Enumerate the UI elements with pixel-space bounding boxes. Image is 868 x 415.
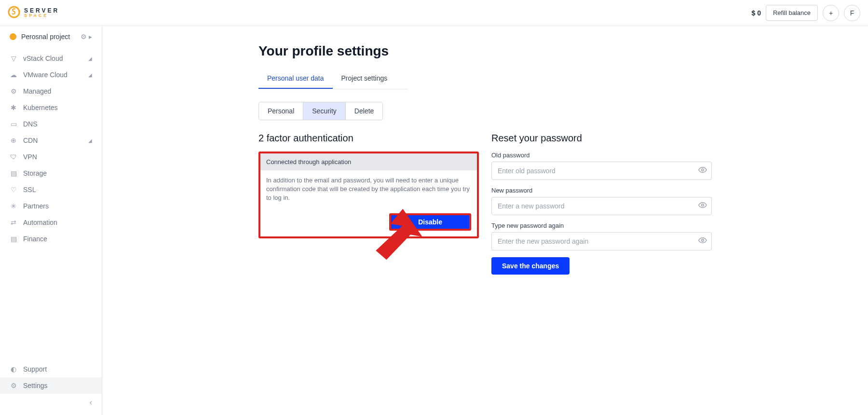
sidebar-item-label: vStack Cloud	[23, 55, 63, 62]
ssl-icon: ♡	[10, 186, 17, 194]
project-dot-icon	[10, 33, 16, 40]
subtab-security[interactable]: Security	[303, 102, 345, 120]
storage-icon: ▤	[10, 169, 17, 177]
two-factor-description: In addition to the email and password, y…	[260, 170, 477, 208]
disable-two-factor-button[interactable]: Disable	[389, 213, 471, 231]
chevron-left-icon: ‹	[90, 398, 92, 407]
two-factor-section: 2 factor authentication Connected throug…	[258, 133, 479, 275]
cloud-icon: ▽	[10, 55, 17, 62]
top-bar: SERVER SPACE $ 0 Refill balance + F	[0, 0, 868, 26]
toggle-visibility-icon[interactable]	[698, 236, 707, 247]
sidebar-item-label: VMware Cloud	[23, 71, 68, 79]
cloud-icon: ☁	[10, 71, 17, 79]
sidebar-item-label: Kubernetes	[23, 104, 58, 111]
sidebar-item-label: SSL	[23, 186, 36, 194]
brand[interactable]: SERVER SPACE	[8, 6, 59, 20]
sidebar-item-ssl[interactable]: ♡ SSL	[0, 181, 102, 198]
subtab-personal[interactable]: Personal	[259, 102, 303, 120]
managed-icon: ⚙	[10, 87, 17, 95]
logo-icon	[8, 6, 20, 20]
brand-sub: SPACE	[24, 14, 59, 18]
old-password-label: Old password	[491, 152, 712, 159]
sidebar-item-vstack[interactable]: ▽ vStack Cloud ◢	[0, 50, 102, 67]
confirm-password-label: Type new password again	[491, 222, 712, 229]
collapse-sidebar-button[interactable]: ‹	[0, 394, 102, 411]
sidebar-nav: ▽ vStack Cloud ◢ ☁ VMware Cloud ◢ ⚙ Mana…	[0, 47, 102, 359]
two-factor-connected-label: Connected through application	[260, 153, 477, 170]
globe-icon: ⊕	[10, 137, 17, 144]
main-content: Your profile settings Personal user data…	[102, 26, 868, 415]
chevron-right-icon[interactable]: ▸	[89, 33, 92, 41]
page-title: Your profile settings	[258, 43, 712, 59]
reset-password-section: Reset your password Old password New pas…	[491, 133, 712, 275]
avatar[interactable]: F	[844, 5, 860, 21]
svg-point-3	[702, 204, 704, 207]
automation-icon: ⇄	[10, 219, 17, 226]
sidebar-item-label: VPN	[23, 153, 37, 161]
sidebar-item-support[interactable]: ◐ Support	[0, 361, 102, 377]
sidebar-item-label: Storage	[23, 169, 47, 177]
two-factor-heading: 2 factor authentication	[258, 133, 479, 144]
avatar-letter: F	[850, 9, 854, 17]
sidebar-item-partners[interactable]: ✳ Partners	[0, 198, 102, 214]
svg-point-4	[702, 239, 704, 242]
tab-personal-user-data[interactable]: Personal user data	[258, 69, 333, 89]
sidebar-item-automation[interactable]: ⇄ Automation	[0, 214, 102, 231]
dns-icon: ▭	[10, 120, 17, 128]
sidebar-item-dns[interactable]: ▭ DNS	[0, 116, 102, 132]
chevron-down-icon: ◢	[88, 138, 92, 143]
sidebar: Perosnal project ⚙ ▸ ▽ vStack Cloud ◢ ☁ …	[0, 26, 102, 415]
sidebar-item-storage[interactable]: ▤ Storage	[0, 165, 102, 181]
kubernetes-icon: ✱	[10, 104, 17, 111]
sidebar-item-vpn[interactable]: 🛡 VPN	[0, 149, 102, 165]
tab-project-settings[interactable]: Project settings	[333, 69, 396, 89]
support-icon: ◐	[10, 365, 17, 373]
brand-text: SERVER SPACE	[24, 8, 59, 18]
sub-tabs: Personal Security Delete	[258, 102, 383, 120]
sidebar-item-label: Support	[23, 365, 47, 373]
balance-amount: $ 0	[751, 9, 760, 17]
gear-icon: ⚙	[10, 382, 17, 389]
sidebar-item-label: Partners	[23, 202, 49, 210]
partners-icon: ✳	[10, 202, 17, 210]
project-name: Perosnal project	[21, 33, 70, 41]
shield-icon: 🛡	[10, 153, 17, 161]
toggle-visibility-icon[interactable]	[698, 166, 707, 176]
confirm-password-input[interactable]	[491, 232, 712, 250]
add-button[interactable]: +	[823, 5, 839, 21]
reset-password-heading: Reset your password	[491, 133, 712, 144]
refill-balance-button[interactable]: Refill balance	[766, 5, 818, 21]
new-password-input[interactable]	[491, 197, 712, 215]
primary-tabs: Personal user data Project settings	[258, 69, 408, 89]
sidebar-item-cdn[interactable]: ⊕ CDN ◢	[0, 132, 102, 149]
chevron-down-icon: ◢	[88, 56, 92, 61]
new-password-label: New password	[491, 187, 712, 194]
subtab-delete[interactable]: Delete	[345, 102, 382, 120]
sidebar-item-label: Automation	[23, 219, 57, 226]
sidebar-item-label: CDN	[23, 137, 38, 144]
sidebar-item-finance[interactable]: ▤ Finance	[0, 231, 102, 247]
finance-icon: ▤	[10, 235, 17, 243]
chevron-down-icon: ◢	[88, 72, 92, 78]
save-changes-button[interactable]: Save the changes	[491, 257, 570, 275]
sidebar-item-label: DNS	[23, 120, 38, 128]
sidebar-item-settings[interactable]: ⚙ Settings	[0, 377, 102, 394]
sidebar-item-vmware[interactable]: ☁ VMware Cloud ◢	[0, 67, 102, 83]
two-factor-card: Connected through application In additio…	[258, 152, 479, 238]
sidebar-item-label: Finance	[23, 235, 47, 243]
plus-icon: +	[829, 9, 833, 17]
svg-point-2	[702, 169, 704, 171]
sidebar-item-label: Managed	[23, 87, 51, 95]
old-password-input[interactable]	[491, 162, 712, 180]
toggle-visibility-icon[interactable]	[698, 201, 707, 211]
sidebar-item-label: Settings	[23, 382, 48, 389]
project-selector[interactable]: Perosnal project ⚙ ▸	[0, 26, 102, 47]
sidebar-item-kubernetes[interactable]: ✱ Kubernetes	[0, 99, 102, 116]
sidebar-item-managed[interactable]: ⚙ Managed	[0, 83, 102, 99]
project-settings-icon[interactable]: ⚙	[81, 33, 87, 41]
